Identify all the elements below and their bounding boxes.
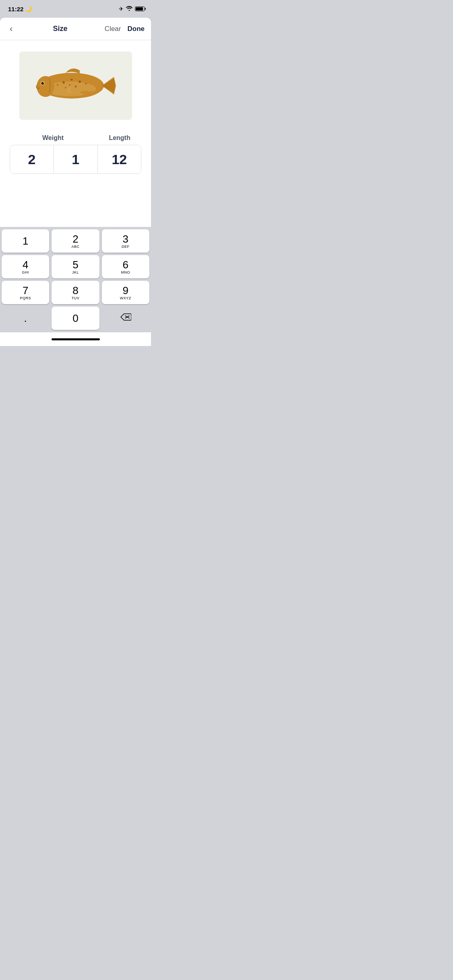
keyboard: 1 2 ABC 3 DEF 4 GHI 5 JKL 6 MNO 7 PQRS: [0, 227, 151, 330]
delete-icon: [120, 313, 131, 323]
spacer: [0, 179, 151, 227]
key-delete[interactable]: [102, 307, 149, 330]
svg-point-14: [43, 82, 43, 83]
key-1[interactable]: 1: [2, 229, 49, 253]
key-6[interactable]: 6 MNO: [102, 255, 149, 278]
key-9[interactable]: 9 WXYZ: [102, 281, 149, 304]
moon-icon: 🌙: [25, 6, 32, 12]
nav-actions: Clear Done: [105, 25, 145, 33]
key-5[interactable]: 5 JKL: [52, 255, 99, 278]
fish-image: [19, 51, 132, 120]
length-label: Length: [98, 134, 141, 142]
keyboard-row-2: 4 GHI 5 JKL 6 MNO: [2, 255, 149, 278]
key-7[interactable]: 7 PQRS: [2, 281, 49, 304]
weight-decimal-cell[interactable]: 1: [54, 145, 98, 173]
selector-section: Weight Length 2 1 12: [0, 128, 151, 179]
status-bar: 11:22 🌙 ✈: [0, 0, 151, 18]
key-2[interactable]: 2 ABC: [52, 229, 99, 253]
back-button[interactable]: ‹: [6, 22, 16, 36]
key-4[interactable]: 4 GHI: [2, 255, 49, 278]
svg-point-7: [57, 84, 58, 86]
svg-point-13: [41, 82, 44, 85]
fish-illustration: [27, 62, 124, 110]
svg-point-4: [79, 80, 81, 83]
airplane-icon: ✈: [119, 6, 124, 12]
key-3[interactable]: 3 DEF: [102, 229, 149, 253]
svg-point-9: [65, 87, 66, 89]
fish-container: [0, 40, 151, 128]
done-button[interactable]: Done: [127, 25, 145, 33]
selector-labels: Weight Length: [10, 134, 141, 142]
time-display: 11:22: [8, 6, 23, 12]
status-icons: ✈: [119, 6, 145, 12]
weight-label: Weight: [10, 134, 96, 142]
app-container: ‹ Size Clear Done: [0, 18, 151, 227]
wifi-icon: [126, 6, 132, 12]
key-0[interactable]: 0: [52, 307, 99, 330]
weight-whole-cell[interactable]: 2: [10, 145, 54, 173]
svg-point-8: [85, 83, 87, 84]
home-indicator: [0, 332, 151, 346]
svg-point-3: [70, 79, 72, 81]
page-title: Size: [53, 25, 68, 33]
selector-row: 2 1 12: [10, 145, 141, 174]
clear-button[interactable]: Clear: [105, 25, 121, 33]
battery-icon: [135, 6, 145, 11]
key-dot[interactable]: .: [2, 307, 49, 330]
svg-point-6: [74, 86, 77, 88]
length-cell[interactable]: 12: [98, 145, 141, 173]
keyboard-row-1: 1 2 ABC 3 DEF: [2, 229, 149, 253]
svg-point-5: [69, 84, 70, 86]
keyboard-row-3: 7 PQRS 8 TUV 9 WXYZ: [2, 281, 149, 304]
nav-bar: ‹ Size Clear Done: [0, 18, 151, 40]
keyboard-row-4: . 0: [2, 307, 149, 330]
key-8[interactable]: 8 TUV: [52, 281, 99, 304]
status-time: 11:22 🌙: [8, 6, 32, 12]
svg-point-2: [62, 81, 65, 84]
home-bar: [52, 338, 100, 340]
